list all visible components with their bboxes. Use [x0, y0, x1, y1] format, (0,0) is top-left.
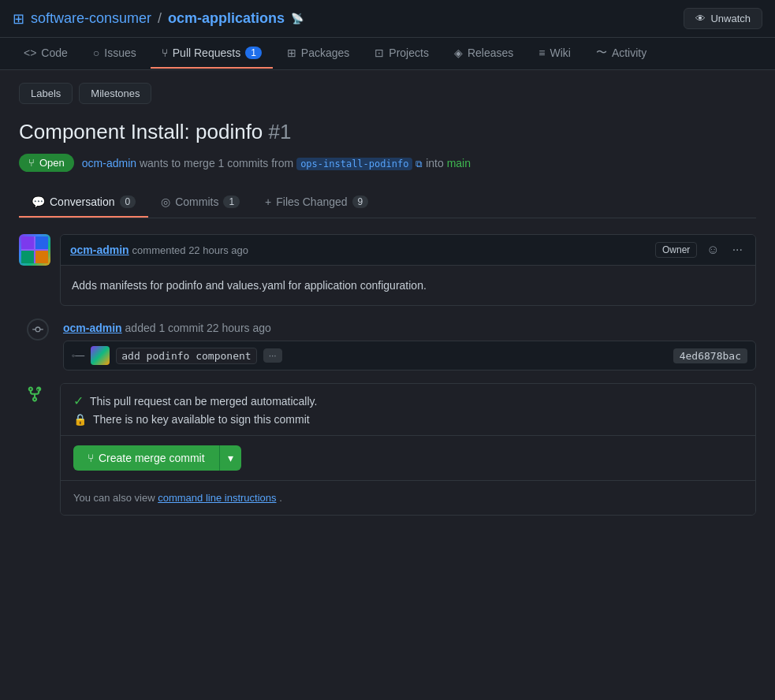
avatar [19, 234, 50, 266]
pr-status-line: ⑂ Open ocm-admin wants to merge 1 commit… [19, 154, 756, 172]
rss-icon: 📡 [291, 13, 304, 24]
commit-event-content: ocm-admin added 1 commit 22 hours ago ◦—… [63, 318, 756, 370]
commit-icon [27, 318, 49, 341]
repo-icon: ⊞ [13, 10, 24, 28]
commit-avatar [91, 346, 110, 365]
nav-tab-activity[interactable]: 〜 Activity [585, 38, 658, 69]
pr-title: Component Install: podinfo #1 [19, 120, 756, 144]
pr-badge: 1 [245, 47, 262, 59]
pr-from-branch: ops-install-podinfo [296, 158, 412, 170]
repo-separator: / [158, 10, 162, 27]
issues-icon: ○ [93, 47, 99, 59]
commit-row: ◦— add podinfo component ··· 4ed6878bac [63, 341, 756, 370]
commit-dots-button[interactable]: ··· [263, 348, 282, 363]
avatar-inner [21, 236, 48, 263]
merge-auto-row: ✓ This pull request can be merged automa… [73, 393, 743, 408]
action-bar: Labels Milestones [19, 83, 756, 104]
comment-header-left: ocm-admin commented 22 hours ago [70, 244, 248, 256]
commit-event: ocm-admin added 1 commit 22 hours ago ◦—… [19, 318, 756, 370]
check-icon: ✓ [73, 393, 84, 408]
cmd-line-section: You can also view command line instructi… [61, 480, 755, 515]
repo-owner-link[interactable]: software-consumer [31, 10, 151, 27]
comment-author-link[interactable]: ocm-admin [70, 244, 129, 256]
comment-body-text: Adds manifests for podinfo and values.ya… [72, 279, 427, 292]
nav-tab-packages-label: Packages [301, 47, 349, 59]
nav-tab-pr-label: Pull Requests [173, 47, 240, 59]
merge-dropdown-button[interactable]: ▾ [220, 445, 241, 471]
unwatch-button[interactable]: 👁 Unwatch [684, 8, 762, 29]
commit-icon-wrap [22, 318, 54, 341]
comment-card: ocm-admin commented 22 hours ago Owner ☺… [60, 234, 756, 306]
nav-tab-wiki[interactable]: ≡ Wiki [527, 39, 582, 69]
labels-button[interactable]: Labels [19, 83, 73, 104]
merge-icon [24, 383, 46, 405]
nav-tab-projects[interactable]: ⊡ Projects [363, 39, 440, 69]
commit-name[interactable]: add podinfo component [116, 348, 256, 364]
nav-tab-wiki-label: Wiki [550, 47, 570, 59]
merge-key-text: There is no key available to sign this c… [93, 413, 310, 426]
commit-author-link[interactable]: ocm-admin [63, 322, 122, 334]
pr-target-branch-link[interactable]: main [447, 157, 471, 169]
nav-tab-issues[interactable]: ○ Issues [82, 39, 147, 69]
unwatch-label: Unwatch [710, 13, 751, 24]
tab-conversation-label: Conversation [50, 195, 115, 208]
merge-info: ✓ This pull request can be merged automa… [61, 384, 755, 435]
pr-author-link[interactable]: ocm-admin [82, 157, 136, 169]
merge-section: ✓ This pull request can be merged automa… [60, 383, 756, 516]
emoji-button[interactable]: ☺ [703, 241, 722, 259]
commits-badge: 1 [223, 195, 240, 208]
nav-tab-releases[interactable]: ◈ Releases [443, 39, 524, 69]
projects-icon: ⊡ [374, 47, 384, 59]
nav-tab-projects-label: Projects [389, 47, 429, 59]
create-merge-commit-button[interactable]: ⑂ Create merge commit [73, 445, 220, 471]
releases-icon: ◈ [454, 47, 463, 59]
timeline: ocm-admin commented 22 hours ago Owner ☺… [19, 218, 756, 544]
merge-key-row: 🔒 There is no key available to sign this… [73, 413, 743, 426]
repo-title: ⊞ software-consumer / ocm-applications 📡 [13, 10, 304, 28]
repo-name-link[interactable]: ocm-applications [168, 10, 285, 27]
comment-action: commented 22 hours ago [132, 244, 248, 256]
tab-commits-label: Commits [175, 195, 218, 208]
comment-body: Adds manifests for podinfo and values.ya… [61, 266, 755, 305]
owner-badge: Owner [655, 242, 697, 258]
cmd-line-link[interactable]: command line instructions [158, 492, 276, 504]
activity-icon: 〜 [596, 46, 607, 60]
nav-tab-packages[interactable]: ⊞ Packages [276, 39, 360, 69]
main-content: Labels Milestones Component Install: pod… [0, 70, 775, 557]
commits-icon: ◎ [161, 195, 170, 208]
merge-auto-text: This pull request can be merged automati… [90, 395, 317, 408]
commit-event-action: added 1 commit 22 hours ago [125, 322, 271, 334]
comment-block: ocm-admin commented 22 hours ago Owner ☺… [19, 234, 756, 306]
pr-tabs: 💬 Conversation 0 ◎ Commits 1 + Files Cha… [19, 188, 756, 218]
files-badge: 9 [352, 195, 369, 208]
tab-conversation[interactable]: 💬 Conversation 0 [19, 188, 148, 218]
pr-status-icon: ⑂ [28, 157, 35, 169]
branch-copy-icon[interactable]: ⧉ [415, 158, 423, 169]
commit-hash: 4ed6878bac [673, 348, 747, 363]
nav-tab-code[interactable]: <> Code [13, 39, 79, 69]
merge-section-wrapper: ✓ This pull request can be merged automa… [19, 383, 756, 528]
lock-icon: 🔒 [73, 413, 87, 426]
repo-nav: <> Code ○ Issues ⑂ Pull Requests 1 ⊞ Pac… [0, 38, 775, 70]
nav-tab-releases-label: Releases [468, 47, 513, 59]
tab-commits[interactable]: ◎ Commits 1 [148, 188, 252, 218]
conversation-badge: 0 [120, 195, 136, 208]
tab-files-changed[interactable]: + Files Changed 9 [252, 188, 381, 218]
nav-tab-pull-requests[interactable]: ⑂ Pull Requests 1 [151, 39, 273, 69]
comment-header: ocm-admin commented 22 hours ago Owner ☺… [61, 235, 755, 266]
eye-icon: 👁 [695, 13, 706, 24]
packages-icon: ⊞ [287, 47, 296, 59]
pr-description: ocm-admin wants to merge 1 commits from … [82, 157, 471, 169]
more-button[interactable]: ··· [729, 241, 746, 259]
cmd-line-text-after: . [279, 492, 282, 504]
commit-event-text: ocm-admin added 1 commit 22 hours ago [63, 318, 756, 334]
merge-icon-wrap [19, 383, 50, 405]
tab-files-label: Files Changed [276, 195, 347, 208]
milestones-button[interactable]: Milestones [79, 83, 151, 104]
pr-title-text: Component Install: podinfo [19, 120, 263, 143]
cmd-line-text: You can also view [73, 492, 155, 504]
files-icon: + [265, 195, 271, 208]
pr-status-text: Open [39, 157, 65, 169]
conversation-icon: 💬 [32, 195, 45, 208]
nav-tab-issues-label: Issues [104, 47, 136, 59]
